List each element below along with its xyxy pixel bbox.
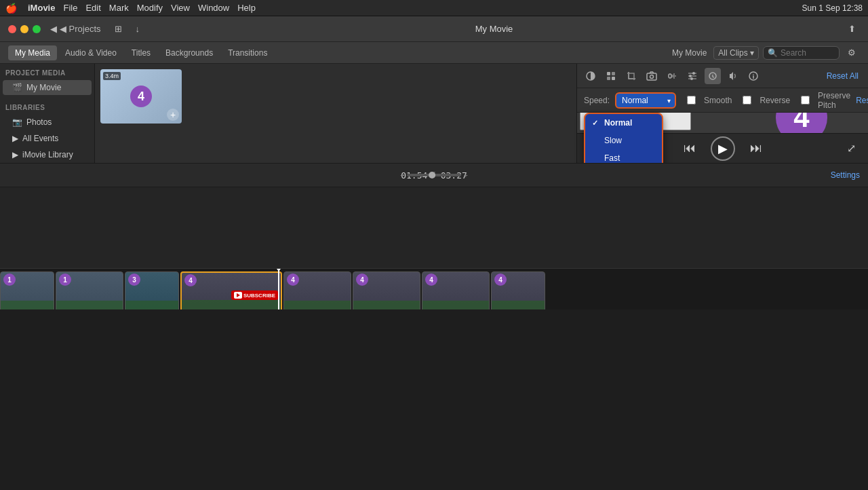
import-button[interactable]: ↓ xyxy=(132,22,144,35)
speed-label: Speed: xyxy=(584,96,610,105)
traffic-lights xyxy=(8,25,41,33)
timeline-empty-area xyxy=(0,187,868,269)
timeline-bar: 01:54 / 03:27 − + Settings xyxy=(0,163,868,187)
search-input[interactable] xyxy=(781,48,835,58)
color-tool-button[interactable] xyxy=(583,68,599,84)
preserve-pitch-checkbox[interactable] xyxy=(801,96,810,105)
reset-all-button[interactable]: Reset All xyxy=(823,70,863,82)
menu-mark[interactable]: Mark xyxy=(109,3,129,13)
settings-icon-button[interactable]: ⚙ xyxy=(844,46,860,59)
filter-tool-button[interactable] xyxy=(603,68,619,84)
chevron-right-icon: ▶ xyxy=(12,150,18,159)
svg-rect-4 xyxy=(612,77,615,80)
apple-logo[interactable]: 🍎 xyxy=(5,3,17,14)
svg-point-9 xyxy=(692,72,695,75)
main-area: PROJECT MEDIA 🎬 My Movie LIBRARIES 📷 Pho… xyxy=(0,64,868,163)
svg-rect-7 xyxy=(669,74,671,78)
tab-titles[interactable]: Titles xyxy=(125,45,157,60)
menu-modify[interactable]: Modify xyxy=(137,3,163,13)
table-row[interactable]: 1 xyxy=(56,271,123,309)
preview-step-badge: 4 xyxy=(776,113,827,133)
menu-view[interactable]: View xyxy=(171,3,190,13)
reset-speed-button[interactable]: Reset xyxy=(856,96,868,105)
preview-panel: Reset All Speed: Normal ▾ Smooth Reverse… xyxy=(576,64,868,163)
sidebar-item-all-events[interactable]: ▶ All Events xyxy=(3,131,92,146)
forward-button[interactable]: ⏭ xyxy=(746,138,766,159)
fullscreen-button[interactable] xyxy=(33,25,41,33)
sidebar-item-imovie-library[interactable]: ▶ iMovie Library xyxy=(3,147,92,162)
media-panel: 4 3.4m + xyxy=(95,64,576,163)
speed-tool-button[interactable] xyxy=(705,68,721,84)
status-bar-icons: Sun 1 Sep 12:38 xyxy=(802,3,863,13)
table-row[interactable]: 4 xyxy=(283,271,351,309)
share-button[interactable]: ⬆ xyxy=(844,22,860,35)
rewind-button[interactable]: ⏮ xyxy=(679,138,700,159)
checkmark-icon: ✓ xyxy=(592,119,600,128)
close-button[interactable] xyxy=(8,25,16,33)
clip-badge: 4 xyxy=(130,86,152,107)
zoom-slider[interactable] xyxy=(407,174,461,176)
settings-button[interactable]: Settings xyxy=(831,170,860,180)
svg-point-10 xyxy=(690,77,693,80)
eq-tool-button[interactable] xyxy=(684,68,701,84)
sidebar-item-photos[interactable]: 📷 Photos xyxy=(3,115,92,130)
import-icon: ↓ xyxy=(136,24,140,34)
preserve-pitch-label: Preserve Pitch xyxy=(818,91,850,110)
table-row[interactable]: 1 xyxy=(0,271,54,309)
table-row[interactable]: 4 xyxy=(491,271,545,309)
tab-transitions[interactable]: Transitions xyxy=(221,45,274,60)
photos-icon: 📷 xyxy=(12,117,22,127)
yt-subscribe-badge: SUBSCRIBE xyxy=(231,290,278,300)
svg-point-8 xyxy=(689,75,692,77)
projects-back-button[interactable]: ◀ ◀ Projects xyxy=(46,22,105,35)
add-clip-button[interactable]: + xyxy=(167,109,179,121)
project-title: My Movie xyxy=(149,24,839,34)
speed-option-slow[interactable]: Slow xyxy=(585,132,662,149)
minimize-button[interactable] xyxy=(20,25,28,33)
tab-audio-video[interactable]: Audio & Video xyxy=(58,45,123,60)
dropdown-arrow-icon: ▾ xyxy=(667,96,671,104)
table-row[interactable]: 4 xyxy=(353,271,420,309)
sidebar: PROJECT MEDIA 🎬 My Movie LIBRARIES 📷 Pho… xyxy=(0,64,95,163)
main-toolbar: ◀ ◀ Projects ⊞ ↓ My Movie ⬆ xyxy=(0,16,868,42)
volume-tool-button[interactable] xyxy=(725,68,741,84)
chevron-right-icon: ▶ xyxy=(12,134,18,143)
menu-file[interactable]: File xyxy=(63,3,77,13)
tab-backgrounds[interactable]: Backgrounds xyxy=(159,45,220,60)
timeline: 1 1 3 4 SUBSCR xyxy=(0,187,868,309)
table-row[interactable]: 3 xyxy=(125,271,179,309)
search-icon: 🔍 xyxy=(768,48,778,58)
reverse-label: Reverse xyxy=(760,96,790,105)
speed-option-normal[interactable]: ✓ Normal xyxy=(585,114,662,132)
info-tool-button[interactable] xyxy=(745,68,762,84)
preserve-pitch-checkbox-group: Preserve Pitch xyxy=(801,91,850,110)
crop-tool-button[interactable] xyxy=(623,68,639,84)
smooth-label: Smooth xyxy=(704,96,732,105)
camera-tool-button[interactable] xyxy=(644,68,660,84)
split-view-button[interactable]: ⊞ xyxy=(111,22,126,35)
media-thumb-item[interactable]: 4 3.4m + xyxy=(100,69,182,124)
zoom-thumb xyxy=(429,172,435,178)
menu-window[interactable]: Window xyxy=(198,3,229,13)
menu-help[interactable]: Help xyxy=(237,3,256,13)
menu-edit[interactable]: Edit xyxy=(85,3,100,13)
speed-bar: Speed: Normal ▾ Smooth Reverse Preserve … xyxy=(577,88,868,113)
fullscreen-preview-button[interactable]: ⤢ xyxy=(841,138,861,159)
yt-logo-icon xyxy=(234,292,242,299)
svg-rect-2 xyxy=(612,72,615,75)
all-clips-dropdown[interactable]: All Clips ▾ xyxy=(713,46,759,60)
speed-option-fast[interactable]: Fast xyxy=(585,149,662,163)
reverse-checkbox[interactable] xyxy=(743,96,751,105)
speed-dropdown[interactable]: Normal ▾ xyxy=(615,92,676,109)
film-icon: 🎬 xyxy=(12,83,22,92)
play-pause-button[interactable]: ▶ xyxy=(711,136,735,161)
zoom-control: − + xyxy=(400,172,468,179)
table-row[interactable]: 4 SUBSCRIBE xyxy=(180,271,282,309)
smooth-checkbox[interactable] xyxy=(687,96,696,105)
table-row[interactable]: 4 xyxy=(422,271,490,309)
audio-tool-button[interactable] xyxy=(664,68,680,84)
project-media-label: PROJECT MEDIA xyxy=(0,67,94,79)
sidebar-item-my-movie[interactable]: 🎬 My Movie xyxy=(3,80,92,95)
media-grid: 4 3.4m + xyxy=(95,64,576,129)
tab-my-media[interactable]: My Media xyxy=(8,45,57,60)
